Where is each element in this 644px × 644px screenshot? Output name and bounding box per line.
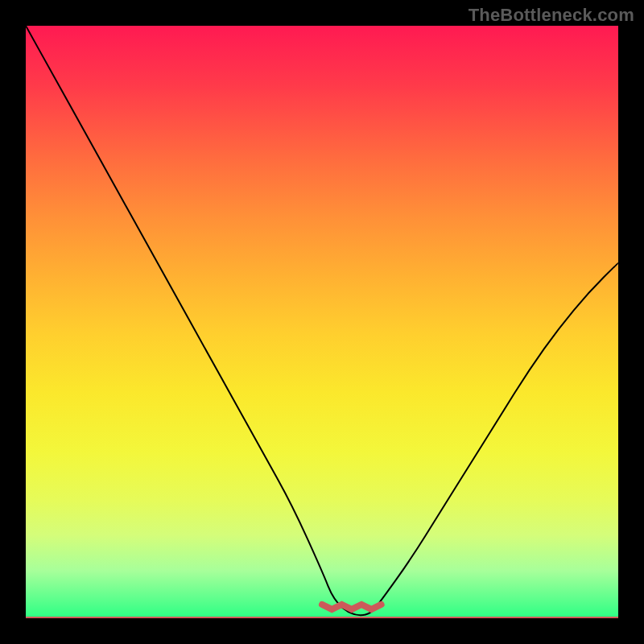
baseline-band [26, 617, 618, 618]
bottleneck-curve [26, 26, 618, 618]
plot-area [26, 26, 618, 618]
watermark-text: TheBottleneck.com [469, 5, 634, 26]
chart-root: TheBottleneck.com [0, 0, 644, 644]
